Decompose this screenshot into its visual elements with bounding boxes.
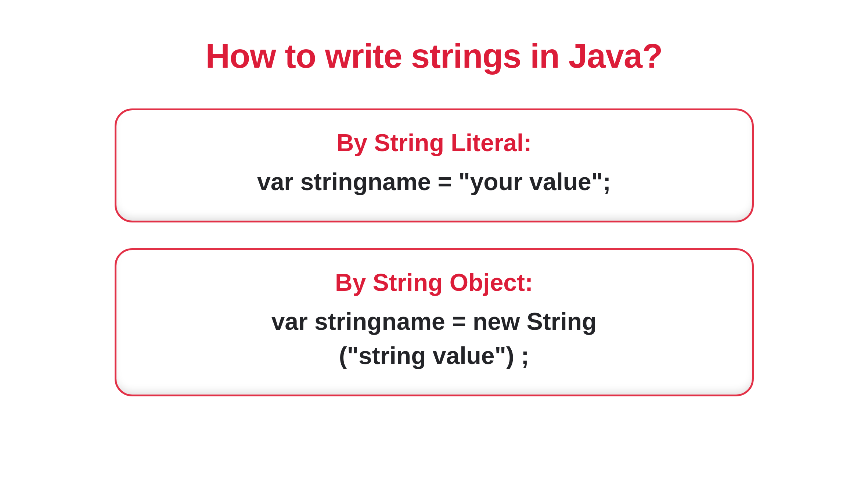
- code-line: ("string value") ;: [131, 339, 737, 372]
- content-container: How to write strings in Java? By String …: [111, 37, 757, 422]
- method-code: var stringname = new String ("string val…: [131, 304, 737, 372]
- method-code: var stringname = "your value";: [131, 165, 737, 199]
- method-box-object: By String Object: var stringname = new S…: [115, 248, 754, 396]
- code-line: var stringname = "your value";: [131, 165, 737, 199]
- method-box-literal: By String Literal: var stringname = "you…: [115, 108, 754, 222]
- code-line: var stringname = new String: [131, 304, 737, 338]
- method-heading: By String Literal:: [131, 129, 737, 157]
- method-heading: By String Object:: [131, 268, 737, 296]
- page-title: How to write strings in Java?: [206, 37, 663, 75]
